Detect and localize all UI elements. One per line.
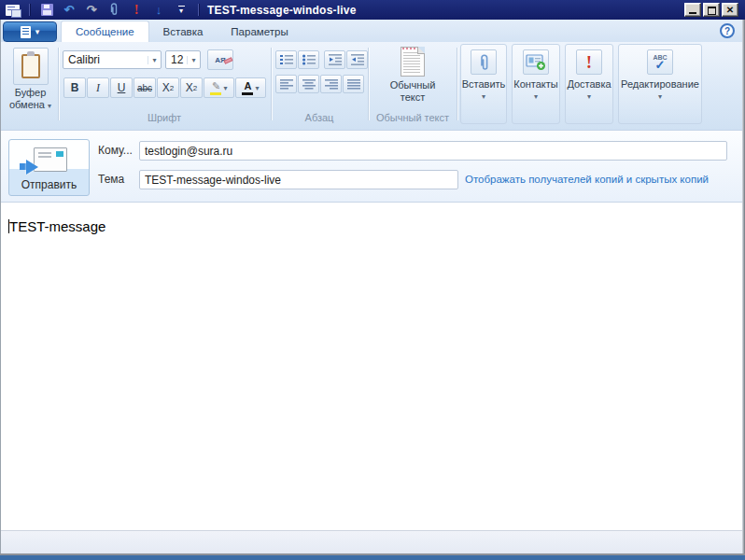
group-divider: [271, 48, 272, 120]
align-center-button[interactable]: [298, 75, 319, 93]
align-left-icon: [280, 79, 293, 90]
group-label-plain-text: Обычный текст: [370, 112, 456, 123]
chevron-down-icon: ▾: [187, 56, 200, 64]
send-envelope-icon: [34, 147, 67, 172]
low-importance-icon[interactable]: ↓: [150, 3, 167, 17]
chevron-down-icon: ▾: [255, 84, 259, 92]
group-plain-text: Обычный текст Обычный текст: [370, 44, 456, 126]
group-font: Calibri ▾ 12 ▾ АЯ B I U abc X2 X2 ✎ ▾: [60, 44, 269, 126]
bold-button[interactable]: B: [63, 77, 86, 98]
clipboard-icon[interactable]: [13, 48, 49, 85]
align-right-button[interactable]: [320, 75, 342, 93]
minimize-button[interactable]: [684, 3, 701, 17]
bulleted-list-button[interactable]: [298, 50, 319, 69]
font-color-button[interactable]: A ▾: [235, 77, 266, 98]
plain-text-icon: [401, 47, 425, 77]
message-window: ↶ ↷ ! ↓ ▾ TEST-message-windos-live ✕ ▾ С…: [0, 0, 745, 560]
bulleted-list-icon: [302, 54, 316, 65]
attach-file-icon: [471, 49, 497, 75]
chevron-down-icon: ▾: [148, 56, 161, 64]
group-label-font: Шрифт: [60, 112, 269, 123]
delivery-menu-button[interactable]: ! Доставка ▾: [565, 44, 613, 124]
group-label-paragraph: Абзац: [273, 112, 366, 123]
tab-message[interactable]: Сообщение: [61, 21, 149, 42]
show-cc-bcc-link[interactable]: Отображать получателей копий и скрытых к…: [465, 174, 709, 185]
tab-options[interactable]: Параметры: [217, 21, 302, 42]
clear-formatting-button[interactable]: АЯ: [207, 49, 233, 70]
to-label: Кому...: [98, 144, 133, 157]
message-body[interactable]: TEST-message: [1, 203, 742, 530]
numbered-list-icon: [280, 54, 293, 65]
redo-icon[interactable]: ↷: [83, 3, 100, 17]
subject-label: Тема: [98, 173, 124, 186]
decrease-indent-icon: [329, 54, 342, 65]
highlighter-icon: ✎: [210, 81, 221, 95]
group-divider: [457, 48, 457, 120]
chevron-down-icon: ▾: [35, 27, 40, 36]
increase-indent-icon: [351, 54, 364, 65]
add-contact-icon: [523, 49, 549, 75]
importance-icon: !: [576, 49, 602, 75]
chevron-down-icon: ▾: [534, 92, 538, 101]
window-border-left: [0, 20, 1, 553]
attach-icon[interactable]: [105, 3, 122, 17]
tab-insert[interactable]: Вставка: [149, 21, 218, 42]
chevron-down-icon: ▾: [658, 92, 662, 101]
help-icon[interactable]: ?: [720, 23, 735, 38]
customize-qat-icon[interactable]: ▾: [173, 3, 190, 17]
editing-menu-button[interactable]: ABC✓ Редактирование ▾: [618, 44, 702, 124]
contacts-menu-button[interactable]: Контакты ▾: [512, 44, 560, 124]
bottom-edge: [0, 555, 745, 560]
font-family-select[interactable]: Calibri ▾: [63, 50, 162, 69]
compose-header: Отправить Кому... Тема Отображать получа…: [1, 132, 742, 203]
underline-button[interactable]: U: [110, 77, 133, 98]
chevron-down-icon: ▾: [223, 84, 227, 92]
subscript-button[interactable]: X2: [157, 77, 179, 98]
title-bar: ↶ ↷ ! ↓ ▾ TEST-message-windos-live ✕: [0, 0, 745, 20]
spellcheck-icon: ABC✓: [647, 49, 673, 75]
chevron-down-icon: ▾: [587, 92, 591, 101]
strikethrough-button[interactable]: abc: [134, 77, 156, 98]
align-left-button[interactable]: [275, 75, 297, 93]
justify-button[interactable]: [343, 75, 364, 93]
status-bar: [1, 530, 742, 553]
ribbon-tab-bar: ▾ Сообщение Вставка Параметры ?: [1, 20, 742, 42]
window-controls: ✕: [684, 3, 738, 17]
font-size-select[interactable]: 12 ▾: [165, 50, 201, 69]
highlight-button[interactable]: ✎ ▾: [204, 77, 234, 98]
insert-menu-button[interactable]: Вставить ▾: [460, 44, 507, 124]
window-title: TEST-message-windos-live: [207, 4, 357, 17]
save-icon[interactable]: [38, 3, 55, 17]
plain-text-button[interactable]: Обычный текст: [370, 44, 456, 104]
body-text: TEST-message: [8, 218, 105, 234]
numbered-list-button[interactable]: [275, 50, 297, 69]
font-format-buttons: B I U abc X2 X2 ✎ ▾ A ▾: [63, 77, 266, 98]
ribbon: Буфер обмена ▾ Calibri ▾ 12 ▾ АЯ B I U a…: [1, 42, 742, 131]
font-color-icon: A: [242, 81, 253, 95]
chevron-down-icon: ▾: [48, 102, 51, 110]
align-right-icon: [325, 79, 338, 90]
separator: [198, 4, 199, 16]
maximize-button[interactable]: [703, 3, 720, 17]
group-clipboard[interactable]: Буфер обмена ▾: [5, 44, 56, 126]
align-center-icon: [302, 79, 316, 90]
quick-access-toolbar: ↶ ↷ ! ↓ ▾: [0, 3, 202, 17]
send-button[interactable]: Отправить: [8, 139, 90, 196]
undo-icon[interactable]: ↶: [61, 3, 77, 17]
chevron-down-icon: ▾: [482, 92, 485, 101]
increase-indent-button[interactable]: [346, 50, 368, 69]
importance-icon[interactable]: !: [128, 3, 145, 17]
italic-button[interactable]: I: [87, 77, 109, 98]
superscript-button[interactable]: X2: [180, 77, 203, 98]
to-input[interactable]: [139, 141, 727, 161]
justify-icon: [347, 79, 360, 90]
subject-input[interactable]: [139, 170, 458, 189]
app-icon[interactable]: [4, 3, 21, 17]
app-menu-button[interactable]: ▾: [3, 21, 57, 42]
close-button[interactable]: ✕: [722, 3, 738, 17]
group-divider: [58, 48, 59, 120]
group-divider: [368, 48, 369, 120]
decrease-indent-button[interactable]: [324, 50, 345, 69]
clipboard-label: Буфер обмена ▾: [5, 87, 56, 112]
group-paragraph: Абзац: [273, 44, 366, 126]
